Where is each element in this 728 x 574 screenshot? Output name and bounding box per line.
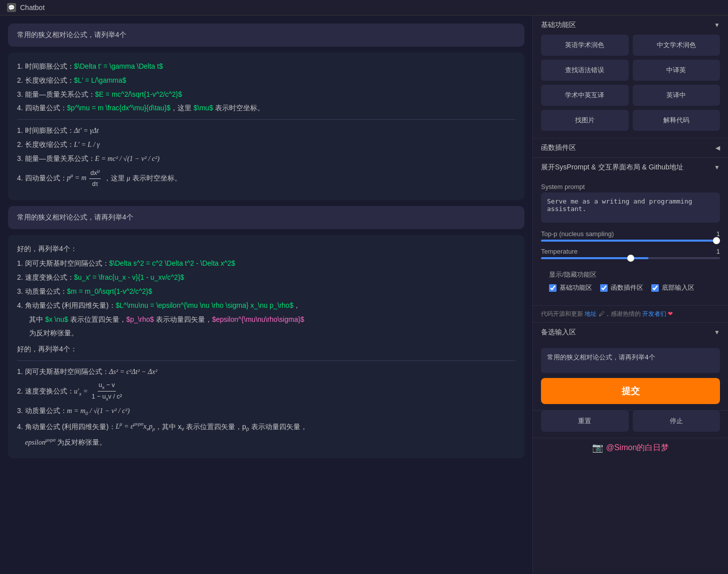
formula-line: 1. 时间膨胀公式：$\Delta t' = \gamma \Delta t$ [17,61,515,73]
latex2-4c: $p_\rho$ [126,315,154,323]
frac-dxmu-dtau: dxμ dτ [89,167,101,190]
user-message-2: 常用的狭义相对论公式，请再列举4个 [8,206,524,229]
top-p-value: 1 [716,230,720,238]
temperature-label: Temperature [541,248,578,255]
formula-line: 3. 能量—质量关系公式：$E = mc^2/\sqrt{1-v^2/c^2}$ [17,89,515,101]
top-p-slider-row: Top-p (nucleus sampling) 1 [541,230,720,242]
checkbox-row: 基础功能区 函数插件区 底部输入区 [549,283,712,292]
checkbox-basic-label: 基础功能区 [560,283,592,292]
btn-academic-translate[interactable]: 学术中英互译 [541,85,629,106]
assistant-message-2: 好的，再列举4个： 1. 闵可夫斯基时空间隔公式：$\Delta s^2 = c… [8,235,524,459]
source-mid: 🖊，感谢热情的 [599,310,641,317]
sysprompt-header[interactable]: 展开SysPrompt & 交互界面布局 & Github地址 ▼ [533,158,728,177]
latex2-4b: $x \nu$ [45,315,68,323]
sys-prompt-textarea[interactable]: Serve me as a writing and programming as… [541,193,720,223]
formula-line: 2. 长度收缩公式：$L' = L/\gamma$ [17,75,515,87]
show-hide-label: 显示/隐藏功能区 [549,270,712,279]
basic-functions-title: 基础功能区 [541,21,576,30]
top-p-slider[interactable] [541,240,720,242]
btn-chinese-polish[interactable]: 中文学术润色 [633,35,720,56]
rendered2-4: 4. 角动量公式 (利用四维矢量)：Lμ = εμνρσxνpρ，其中 xν 表… [17,420,515,434]
sidebar: 基础功能区 ▼ 英语学术润色 中文学术润色 查找语法错误 中译英 学术中英互译 … [532,16,728,574]
basic-functions-arrow: ▼ [714,22,720,29]
checkbox-plugin[interactable]: 函数插件区 [600,283,643,292]
formula-line: 4. 四动量公式：$p^\mu = m \frac{dx^\mu}{d\tau}… [17,102,515,114]
frac-velocity: ux − v 1 − uxv / c² [91,380,123,403]
plugin-section[interactable]: 函数插件区 ◀ [533,138,728,158]
formula2-line4c: 为反对称张量。 [17,327,515,339]
reset-button[interactable]: 重置 [541,411,629,432]
latex-mu: $\mu$ [194,104,213,112]
checkbox-basic-input[interactable] [549,284,557,292]
user-message-1: 常用的狭义相对论公式，请列举4个 [8,24,524,47]
formula2-line2: 2. 速度变换公式：$u_x' = \frac{u_x - v}{1 - u_x… [17,272,515,284]
checkbox-bottom-label: 底部输入区 [662,283,694,292]
backup-textarea[interactable]: 常用的狭义相对论公式，请再列举4个 [541,348,720,373]
sys-prompt-group: System prompt Serve me as a writing and … [541,183,720,224]
checkbox-bottom[interactable]: 底部输入区 [651,283,694,292]
backup-header[interactable]: 备选输入区 ▼ [533,323,728,342]
rendered-3: 3. 能量—质量关系公式：E = mc² / √(1 − v² / c²) [17,153,515,165]
good-text-2: 好的，再列举4个： [17,343,515,355]
backup-arrow: ▼ [714,329,720,336]
chat-area[interactable]: 常用的狭义相对论公式，请列举4个 1. 时间膨胀公式：$\Delta t' = … [0,16,532,574]
basic-functions-header[interactable]: 基础功能区 ▼ [533,16,728,35]
btn-find-image[interactable]: 找图片 [541,110,629,131]
sysprompt-content: System prompt Serve me as a writing and … [533,177,728,305]
sysprompt-title: 展开SysPrompt & 交互界面布局 & Github地址 [541,163,683,172]
weibo-icon: 📷 [592,442,603,453]
top-p-label: Top-p (nucleus sampling) [541,230,614,238]
sysprompt-section: 展开SysPrompt & 交互界面布局 & Github地址 ▼ System… [533,158,728,306]
btn-zh-to-en[interactable]: 中译英 [633,60,720,81]
checkbox-plugin-input[interactable] [600,284,608,292]
checkbox-basic[interactable]: 基础功能区 [549,283,592,292]
source-pre-text: 代码开源和更新 [541,310,583,317]
latex-code-1: $\Delta t' = \gamma \Delta t$ [74,62,163,70]
plugin-arrow: ◀ [715,144,720,151]
formula2-line4b: 其中 $x \nu$ 表示位置四矢量，$p_\rho$ 表示动量四矢量，$eps… [17,314,515,326]
temperature-slider[interactable] [541,257,720,259]
sysprompt-arrow: ▼ [714,164,720,171]
rendered2-3: 3. 动质量公式：m = m0 / √(1 − v² / c²) [17,405,515,418]
checkbox-plugin-label: 函数插件区 [611,283,643,292]
rendered2-1: 1. 闵可夫斯基时空间隔公式：Δs² = c²Δt² − Δx² [17,366,515,378]
latex2-4d: $epsilon^{\mu\nu\rho\sigma}$ [212,315,304,323]
heart-icon: ❤ [668,310,673,317]
temperature-slider-row: Temperature 1 [541,248,720,259]
temperature-value: 1 [716,248,720,255]
chatbot-icon: 💬 [7,3,16,12]
btn-en-to-zh[interactable]: 英译中 [633,85,720,106]
latex-code-3: $E = mc^2/\sqrt{1-v^2/c^2}$ [95,90,182,98]
rendered2-2: 2. 速度变换公式：u′x = ux − v 1 − uxv / c² [17,380,515,403]
formula2-line3: 3. 动质量公式：$m = m_0/\sqrt{1-v^2/c^2}$ [17,286,515,298]
good-text: 好的，再列举4个： [17,243,515,255]
topbar: 💬 Chatbot [0,0,728,16]
user-message-2-text: 常用的狭义相对论公式，请再列举4个 [17,213,133,221]
main-layout: 常用的狭义相对论公式，请列举4个 1. 时间膨胀公式：$\Delta t' = … [0,16,728,574]
latex2-3: $m = m_0/\sqrt{1-v^2/c^2}$ [67,287,152,295]
btn-grammar-check[interactable]: 查找语法错误 [541,60,629,81]
user-message-1-text: 常用的狭义相对论公式，请列举4个 [17,31,126,39]
submit-button[interactable]: 提交 [541,378,720,404]
latex2-1: $\Delta s^2 = c^2 \Delta t^2 - \Delta x^… [109,259,236,267]
latex-code-2: $L' = L/\gamma$ [74,76,126,84]
rendered-4: 4. 四动量公式：pμ = m dxμ dτ ，这里 μ 表示时空坐标。 [17,167,515,190]
topbar-title: Chatbot [20,4,45,12]
source-link2[interactable]: 开发者们 [642,310,666,317]
stop-button[interactable]: 停止 [633,411,720,432]
assistant-message-1: 1. 时间膨胀公式：$\Delta t' = \gamma \Delta t$ … [8,53,524,200]
latex2-2: $u_x' = \frac{u_x - v}{1 - u_xv/c^2}$ [74,273,185,281]
bottom-btn-row: 重置 停止 [533,411,728,438]
btn-explain-code[interactable]: 解释代码 [633,110,720,131]
rendered-1: 1. 时间膨胀公式：Δt′ = γΔt [17,125,515,137]
btn-english-polish[interactable]: 英语学术润色 [541,35,629,56]
checkbox-bottom-input[interactable] [651,284,659,292]
backup-section: 备选输入区 ▼ 常用的狭义相对论公式，请再列举4个 提交 [533,323,728,411]
backup-title: 备选输入区 [541,328,576,337]
formula2-line4: 4. 角动量公式 (利用四维矢量)：$L^\mu\nu = \epsilon^{… [17,300,515,312]
sys-prompt-label: System prompt [541,183,720,190]
rendered2-4b: epsilonμνρσ 为反对称张量。 [17,436,515,448]
formula2-line1: 1. 闵可夫斯基时空间隔公式：$\Delta s^2 = c^2 \Delta … [17,258,515,270]
source-link[interactable]: 地址 [585,310,597,317]
source-row: 代码开源和更新 地址 🖊，感谢热情的 开发者们 ❤ [533,306,728,323]
